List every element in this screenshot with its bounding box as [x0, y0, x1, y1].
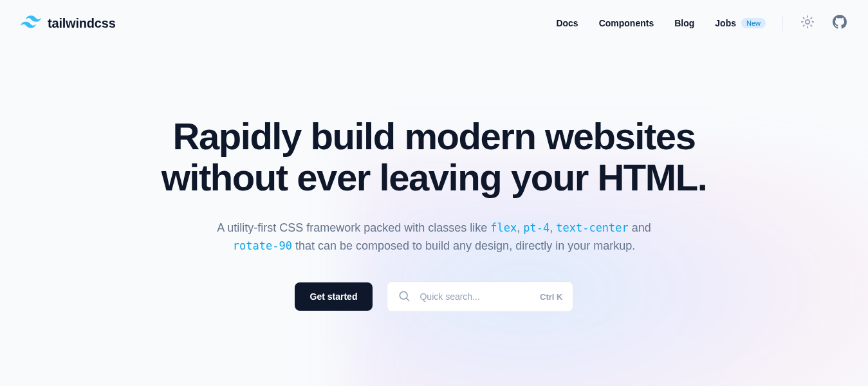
quick-search[interactable]: Quick search... Ctrl K [387, 281, 573, 312]
get-started-button[interactable]: Get started [295, 282, 373, 311]
nav-components[interactable]: Components [599, 18, 654, 28]
nav-blog[interactable]: Blog [674, 18, 694, 28]
svg-point-0 [806, 20, 809, 24]
hero-title: Rapidly build modern websites without ev… [125, 116, 743, 198]
search-icon [398, 290, 411, 304]
brand-logo[interactable]: tailwindcss [21, 15, 116, 31]
nav-jobs-label: Jobs [715, 18, 736, 28]
github-link[interactable] [832, 15, 847, 31]
code-rotate90: rotate-90 [233, 239, 292, 252]
hero-section: Rapidly build modern websites without ev… [0, 46, 868, 312]
svg-point-1 [400, 291, 408, 299]
search-placeholder: Quick search... [420, 291, 531, 302]
brand-name: tailwindcss [48, 16, 116, 31]
hero-subtitle: A utility-first CSS framework packed wit… [196, 219, 672, 256]
code-flex: flex [490, 221, 517, 234]
code-pt4: pt-4 [523, 221, 549, 234]
sun-icon [800, 15, 815, 32]
nav-right: Docs Components Blog Jobs New [556, 15, 847, 31]
search-shortcut: Ctrl K [540, 292, 562, 302]
nav-docs[interactable]: Docs [556, 18, 578, 28]
code-text-center: text-center [556, 221, 629, 234]
nav-jobs[interactable]: Jobs New [715, 18, 766, 28]
site-header: tailwindcss Docs Components Blog Jobs Ne… [0, 0, 868, 46]
logo-mark-icon [21, 15, 41, 31]
github-icon [833, 15, 847, 32]
new-badge: New [741, 18, 766, 28]
theme-toggle[interactable] [800, 15, 815, 31]
cta-row: Get started Quick search... Ctrl K [0, 281, 868, 312]
main-nav: Docs Components Blog Jobs New [556, 18, 766, 28]
nav-divider [782, 15, 783, 31]
